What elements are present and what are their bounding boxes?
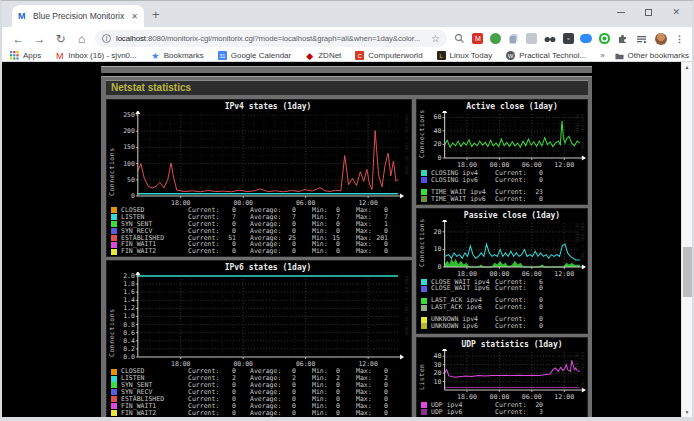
- legend-name: TIME_WAIT ipv4: [431, 189, 495, 196]
- bookmark-item-google-calendar[interactable]: 31Google Calendar: [218, 51, 291, 60]
- legend-value: 0: [292, 410, 296, 417]
- legend-name: ESTABLISHED: [121, 235, 176, 242]
- svg-text:40: 40: [434, 352, 442, 360]
- legend-name: LAST_ACK ipv4: [431, 297, 495, 304]
- legend-swatch: [421, 177, 427, 183]
- reading-list-icon[interactable]: [635, 32, 648, 45]
- svg-text:100: 100: [123, 160, 135, 168]
- legend-row-unknown-ipv6: UNKNOWN ipv6Current:0: [418, 323, 586, 330]
- legend-value: 0: [292, 248, 296, 255]
- legend-name: SYN_RECV: [121, 389, 176, 396]
- svg-text:20: 20: [434, 141, 442, 149]
- page-info-icon[interactable]: i: [102, 34, 111, 43]
- legend-swatch: [111, 221, 117, 227]
- rrdtool-watermark: RRDTOOL / TOBI OETIKER: [575, 223, 585, 278]
- bookmark-label: Apps: [23, 51, 41, 60]
- extensions-puzzle-icon[interactable]: [616, 32, 629, 45]
- other-bookmarks-label: Other bookmarks: [628, 51, 689, 60]
- legend-swatch: [421, 402, 427, 408]
- bookmark-label: Inbox (16) - sjvn0...: [68, 51, 136, 60]
- legend-row-udp-ipv6: UDP ipv6Current:3: [418, 409, 586, 416]
- graph-legend: UDP ipv4Current:20UDP ipv6Current:3: [418, 402, 586, 416]
- green-circle-extension-icon[interactable]: [599, 33, 610, 44]
- home-button[interactable]: ⌂: [71, 32, 92, 46]
- svg-text:150: 150: [123, 143, 135, 151]
- back-button[interactable]: ←: [8, 32, 29, 46]
- bookmark-label: Bookmarks: [164, 51, 204, 60]
- graph-ipv4-states: IPv4 states (1day)05010015020025018:0000…: [106, 99, 412, 257]
- svg-text:12:00: 12:00: [358, 199, 378, 206]
- address-bar[interactable]: i localhost:8080/monitorix-cgi/monitorix…: [95, 30, 447, 47]
- legend-swatch: [111, 369, 117, 375]
- graph-plot-passive-close: 0102018:0000:0006:0012:00: [418, 220, 586, 278]
- other-bookmarks-button[interactable]: Other bookmarks: [615, 51, 689, 60]
- search-extension-icon[interactable]: [453, 32, 466, 45]
- svg-text:1.0: 1.0: [123, 313, 135, 321]
- copy-pages-extension-icon[interactable]: [507, 32, 520, 45]
- bookmark-item-apps[interactable]: Apps: [10, 51, 41, 60]
- gmail-extension-icon[interactable]: M: [472, 33, 483, 44]
- svg-text:0.2: 0.2: [123, 345, 135, 353]
- legend-name: CLOSED: [121, 368, 176, 375]
- graph-legend: CLOSING ipv4Current:0CLOSING ipv6Current…: [418, 170, 586, 203]
- tab-close-icon[interactable]: ✕: [131, 12, 138, 21]
- svg-text:12:00: 12:00: [554, 161, 574, 169]
- svg-text:00:00: 00:00: [234, 199, 254, 206]
- svg-text:1.2: 1.2: [123, 305, 135, 313]
- bookmark-item-linux-today[interactable]: LLinux Today: [437, 51, 493, 60]
- bookmark-favicon: W: [506, 51, 515, 60]
- graph-title: IPv4 states (1day): [108, 101, 410, 111]
- legend-swatch: [421, 305, 427, 311]
- forward-button[interactable]: →: [29, 32, 50, 46]
- svg-text:0.4: 0.4: [123, 337, 135, 345]
- legend-name: CLOSING ipv6: [431, 177, 495, 184]
- bookmark-item-inbox-16-sjvn0[interactable]: MInbox (16) - sjvn0...: [55, 51, 136, 60]
- legend-name: UDP ipv4: [431, 402, 495, 409]
- legend-value: 0: [232, 248, 236, 255]
- svg-text:50: 50: [127, 176, 135, 184]
- bookmark-item-zdnet[interactable]: ◆ZDNet: [305, 51, 341, 60]
- tab-title: Blue Precision Monitorix: [33, 11, 127, 21]
- legend-swatch: [421, 279, 427, 285]
- svg-text:00:00: 00:00: [489, 161, 509, 169]
- scroll-up-arrow[interactable]: ▲: [682, 62, 692, 72]
- profile-avatar[interactable]: [655, 33, 667, 45]
- dark-square-extension-icon[interactable]: ▫: [563, 33, 574, 44]
- vertical-scrollbar[interactable]: ▲ ▼: [681, 62, 692, 417]
- folder-icon: [615, 51, 624, 60]
- bookmark-star-icon[interactable]: ☆: [431, 33, 440, 44]
- bookmark-label: ZDNet: [318, 51, 341, 60]
- new-tab-button[interactable]: +: [152, 7, 160, 22]
- legend-name: LAST_ACK ipv6: [431, 304, 495, 311]
- graph-ylabel: Connections: [418, 223, 426, 267]
- url-text[interactable]: localhost:8080/monitorix-cgi/monitorix.c…: [116, 34, 427, 43]
- svg-text:00:00: 00:00: [234, 360, 254, 367]
- window-minimize-button[interactable]: [617, 12, 625, 13]
- legend-value: 0: [232, 410, 236, 417]
- scroll-down-arrow[interactable]: ▼: [682, 407, 692, 417]
- svg-text:1.8: 1.8: [123, 280, 135, 288]
- glasses-extension-icon[interactable]: [544, 32, 557, 45]
- blue-oval-extension-icon[interactable]: [580, 34, 592, 43]
- legend-name: CLOSING ipv4: [431, 170, 495, 177]
- gray-box-extension-icon[interactable]: [526, 33, 537, 44]
- menu-dots-icon[interactable]: ⋮: [673, 32, 686, 45]
- window-maximize-button[interactable]: [645, 9, 652, 16]
- svg-text:18:00: 18:00: [457, 161, 477, 169]
- window-close-button[interactable]: ✕: [672, 8, 680, 17]
- scrollbar-thumb[interactable]: [683, 247, 692, 297]
- rrdtool-watermark: RRDTOOL / TOBI OETIKER: [575, 114, 585, 169]
- legend-name: ESTABLISHED: [121, 396, 176, 403]
- reload-button[interactable]: ↻: [50, 32, 71, 46]
- bookmarks-overflow-chevron[interactable]: »: [600, 51, 604, 60]
- legend-value: 0: [336, 248, 340, 255]
- legend-row-fin-wait2: FIN_WAIT2Current:0Average:0Min:0Max:0: [108, 248, 410, 255]
- bookmark-item-bookmarks[interactable]: ★Bookmarks: [151, 51, 204, 60]
- svg-text:0.0: 0.0: [123, 353, 135, 361]
- bookmark-item-computerworld[interactable]: CComputerworld: [355, 51, 422, 60]
- section-title: Netstat statistics: [106, 80, 588, 95]
- evernote-extension-icon[interactable]: [490, 33, 501, 44]
- browser-tab[interactable]: M Blue Precision Monitorix ✕: [12, 5, 144, 27]
- bookmark-item-practical-technol[interactable]: WPractical Technol...: [506, 51, 586, 60]
- graph-title: Active close (1day): [418, 101, 586, 111]
